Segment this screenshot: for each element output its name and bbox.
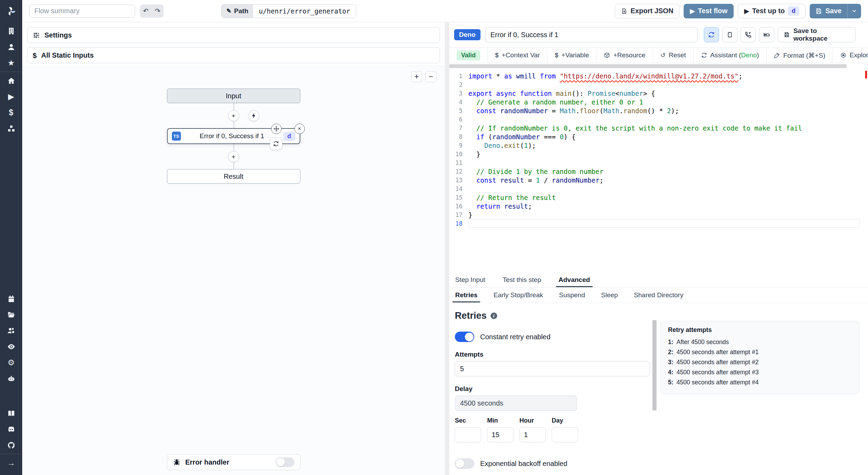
add-step-button[interactable]: + [228,151,239,162]
flow-input-node[interactable]: Input [167,89,300,103]
subtab-early-stop-break[interactable]: Early Stop/Break [493,288,543,302]
save-to-workspace-button[interactable]: Save to workspace [778,27,856,42]
suspend-indicator-button[interactable] [741,27,756,42]
settings-bar[interactable]: Settings [27,27,440,43]
sidebar-item-dollar[interactable]: $ [4,108,18,117]
sidebar-item-user-gear[interactable] [4,326,18,335]
all-static-inputs-bar[interactable]: $ All Static Inputs [27,47,440,63]
redo-button[interactable]: ↷ [152,5,164,18]
code-text: // If randomNumber is 0, exit the script… [468,124,860,132]
sidebar-item-home[interactable] [4,76,18,85]
sidebar-workspace-group: ★ [0,22,22,72]
sidebar-item-cubes[interactable] [4,124,18,133]
tab-advanced[interactable]: Advanced [559,272,590,287]
export-json-button[interactable]: Export JSON [615,4,679,18]
code-text [468,184,860,193]
flow-graph: Input + TS Error if 0, Success if 1 d × [167,89,300,184]
plus-icon: + [232,153,235,160]
tab-step-input[interactable]: Step Input [455,272,485,287]
zoom-in-button[interactable]: + [411,71,422,82]
flow-summary-input[interactable] [29,5,135,18]
tab-test-this-step[interactable]: Test this step [503,272,541,287]
step-tabs: Step InputTest this stepAdvanced [449,272,868,288]
toolbar-add-variable[interactable]: $+Variable [548,48,596,63]
sidebar-item-gear[interactable]: ⚙ [4,358,18,367]
attempts-input[interactable] [455,361,650,376]
sidebar-item-building[interactable] [4,26,18,35]
error-handler-toggle[interactable] [276,457,294,467]
save-dropdown-button[interactable] [847,4,861,18]
test-up-to-button[interactable]: ▶ Test up to d [738,4,806,18]
subtab-sleep[interactable]: Sleep [601,288,618,302]
constant-retry-toggle[interactable] [455,332,474,342]
delay-day-input[interactable] [552,427,578,442]
line-number: 13 [449,177,462,184]
toolbar-add-resource[interactable]: +Resource [596,48,653,63]
test-flow-button[interactable]: ▶ Test flow [684,4,734,18]
sidebar-expand-button[interactable]: → [4,458,18,467]
constant-retry-label: Constant retry enabled [480,333,550,341]
typescript-badge: TS [172,132,181,141]
move-step-handle[interactable] [271,124,282,134]
sidebar-item-play[interactable]: ▶ [4,92,18,101]
plus-icon: + [232,112,235,119]
windmill-logo-icon[interactable] [0,0,22,22]
path-chip: ✎ Path [222,5,253,18]
step-title-input[interactable] [485,27,698,42]
sidebar-item-book[interactable] [4,409,18,418]
bug-icon [173,458,181,466]
sidebar-item-star[interactable]: ★ [4,58,18,67]
path-editor[interactable]: ✎ Path u/henri/error_generator [221,4,356,18]
delete-step-button[interactable]: × [294,124,305,134]
undo-arrow-icon: ↶ [143,8,149,14]
sidebar-item-folder[interactable] [4,310,18,319]
topbar: ↶ ↷ ✎ Path u/henri/error_generator Expor… [22,0,868,22]
delay-input[interactable] [455,395,577,411]
close-icon: × [298,126,301,132]
early-stop-indicator-button[interactable] [722,27,737,42]
flow-canvas[interactable]: + − Input + TS Error if 0, Success if 1 … [22,66,445,475]
editor-horizontal-scrollbar[interactable] [449,64,846,68]
undo-button[interactable]: ↶ [140,5,152,18]
retry-attempt-row: 5:4500 seconds after attempt #4 [668,377,852,388]
toolbar-reset[interactable]: ↺Reset [653,48,694,63]
info-icon[interactable]: i [491,312,497,319]
subtab-suspend[interactable]: Suspend [559,288,585,302]
toolbar-valid[interactable]: Valid [449,48,488,63]
subtab-retries[interactable]: Retries [455,288,477,302]
sidebar-item-eye[interactable] [4,342,18,351]
retries-scrollbar[interactable] [652,320,657,410]
step-header: Deno Save to workspace [449,22,868,47]
flow-step-node-selected[interactable]: TS Error if 0, Success if 1 d × [167,128,300,144]
toolbar-assistant[interactable]: Assistant (Deno) [694,48,767,63]
sidebar-item-discord[interactable] [4,425,18,434]
flow-result-node[interactable]: Result [167,169,300,184]
sidebar-item-user[interactable] [4,42,18,51]
code-text: export async function main(): Promise<nu… [468,89,860,98]
trigger-button[interactable] [248,110,259,121]
toolbar-format[interactable]: Format (⌘+S) [767,48,833,63]
code-text: } [468,210,860,219]
delay-min-input[interactable] [487,427,514,442]
sidebar-item-github[interactable] [4,441,18,450]
retries-indicator-button[interactable] [704,27,719,42]
code-editor[interactable]: 1import * as wmill from "https://deno.la… [449,68,868,272]
exponential-backoff-toggle[interactable] [455,458,474,469]
delay-hour-input[interactable] [519,427,546,442]
zoom-out-button[interactable]: − [425,71,436,82]
sidebar-item-robot[interactable] [4,374,18,383]
retry-attempt-row: 4:4500 seconds after attempt #3 [668,367,852,377]
save-button[interactable]: Save [810,4,847,18]
code-line: 15 // Return the result [449,193,868,202]
add-step-button[interactable]: + [228,110,239,121]
sidebar-item-calendar[interactable] [4,294,18,303]
sleep-indicator-button[interactable] [759,27,774,42]
chevron-down-icon [851,8,857,14]
toolbar-add-context-var[interactable]: $+Context Var [488,48,548,63]
subtab-shared-directory[interactable]: Shared Directory [634,288,684,302]
step-editor-pane: Deno Save to workspace Valid$+Context Va… [449,22,868,475]
toolbar-explore-other-scripts[interactable]: Explore other s [833,48,868,63]
pane-splitter[interactable] [445,22,449,475]
delay-sec-input[interactable] [455,427,481,442]
dollar-icon: $ [33,52,37,59]
